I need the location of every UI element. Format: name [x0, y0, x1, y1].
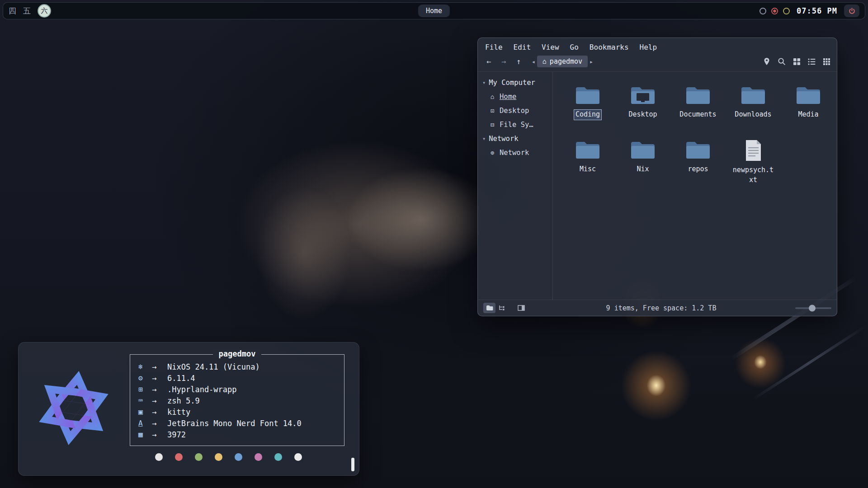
palette-dot	[255, 453, 262, 461]
nixos-icon: ❄	[138, 362, 152, 371]
palette-dot	[294, 453, 302, 461]
file-grid: Coding Desktop Documen	[553, 72, 839, 300]
file-label: repos	[686, 164, 710, 175]
file-item-downloads[interactable]: Downloads	[726, 84, 781, 120]
arrow-icon: →	[152, 374, 167, 383]
fetch-info-panel: pagedmov ❄ → NixOS 24.11 (Vicuna) ⚙ → 6.…	[130, 343, 346, 475]
zoom-slider[interactable]	[795, 307, 831, 309]
workspace-4[interactable]: 四	[9, 6, 16, 16]
arrow-icon: →	[152, 430, 167, 439]
nixos-logo	[31, 366, 116, 452]
menu-edit[interactable]: Edit	[514, 43, 531, 52]
clock: 07:56 PM	[797, 6, 837, 15]
sidebar-section-label: Network	[489, 135, 518, 143]
top-bar-right: 07:56 PM	[760, 5, 859, 17]
file-item-media[interactable]: Media	[781, 84, 836, 120]
fetch-value: 3972	[167, 430, 186, 439]
menu-bar: File Edit View Go Bookmarks Help	[478, 38, 837, 54]
toolbar: ← → ↑ ◂ ⌂ pagedmov ▸	[478, 54, 837, 72]
breadcrumb-scroll-right-icon[interactable]: ▸	[588, 58, 595, 65]
sidepane-places-toggle[interactable]	[483, 303, 495, 313]
menu-bookmarks[interactable]: Bookmarks	[590, 43, 629, 52]
sidepane-tree-toggle[interactable]	[495, 303, 508, 313]
file-item-repos[interactable]: repos	[670, 139, 726, 186]
fetch-row-wm: ⊞ → .Hyprland-wrapp	[138, 384, 336, 395]
tree-pane-icon	[498, 305, 505, 311]
folder-icon	[740, 84, 767, 106]
dual-pane-toggle[interactable]	[515, 303, 527, 313]
sidebar-item-filesystem[interactable]: ⊟ File Sy…	[480, 117, 551, 131]
terminal-scrollbar-thumb[interactable]	[351, 458, 354, 471]
menu-file[interactable]: File	[485, 43, 503, 52]
file-item-desktop[interactable]: Desktop	[615, 84, 670, 120]
breadcrumb-scroll-left-icon[interactable]: ◂	[530, 58, 537, 65]
sidebar-section-network[interactable]: ▾ Network	[480, 131, 551, 145]
forward-button[interactable]: →	[497, 56, 510, 67]
fetch-value: .Hyprland-wrapp	[167, 385, 237, 394]
menu-go[interactable]: Go	[570, 43, 579, 52]
pin-icon	[762, 57, 771, 66]
breadcrumb-label: pagedmov	[550, 57, 582, 66]
breadcrumb-home-segment[interactable]: ⌂ pagedmov	[537, 56, 588, 67]
file-item-coding[interactable]: Coding	[560, 84, 615, 120]
file-label: Media	[796, 109, 820, 120]
text-file-icon	[744, 139, 763, 162]
compact-view-button[interactable]	[821, 56, 832, 67]
desktop-icon: ⊡	[489, 107, 496, 114]
sidebar-item-label: Network	[500, 149, 529, 157]
search-button[interactable]	[776, 56, 788, 67]
palette-dot	[215, 453, 222, 461]
compact-view-icon	[822, 57, 831, 66]
fetch-row-packages: ▦ → 3972	[138, 429, 336, 440]
file-item-nix[interactable]: Nix	[615, 139, 670, 186]
tray-status-icon[interactable]	[783, 8, 790, 14]
drive-icon: ⊟	[489, 121, 496, 128]
folder-icon	[629, 139, 656, 161]
workspace-switcher: 四 五 六	[9, 4, 51, 18]
power-button[interactable]	[844, 5, 859, 17]
arrow-icon: →	[152, 419, 167, 428]
file-item-newpsych-txt[interactable]: newpsych.txt	[726, 139, 781, 186]
folder-icon	[684, 84, 712, 106]
shell-icon: ⌨	[138, 396, 152, 405]
folder-icon	[574, 139, 601, 161]
menu-view[interactable]: View	[542, 43, 559, 52]
tray-record-icon[interactable]	[771, 8, 778, 14]
fetch-row-shell: ⌨ → zsh 5.9	[138, 395, 336, 406]
file-item-documents[interactable]: Documents	[670, 84, 726, 120]
folder-icon	[684, 139, 712, 161]
up-button[interactable]: ↑	[512, 56, 525, 67]
zoom-slider-knob[interactable]	[809, 305, 816, 311]
sidebar-item-label: Desktop	[500, 107, 529, 115]
home-icon: ⌂	[489, 93, 496, 100]
menu-help[interactable]: Help	[640, 43, 657, 52]
palette-dot	[175, 453, 183, 461]
sidebar-item-desktop[interactable]: ⊡ Desktop	[480, 103, 551, 117]
fetch-info-box: pagedmov ❄ → NixOS 24.11 (Vicuna) ⚙ → 6.…	[130, 354, 344, 446]
file-item-misc[interactable]: Misc	[560, 139, 615, 186]
power-icon	[848, 7, 856, 15]
icon-view-button[interactable]	[791, 56, 802, 67]
sidebar-item-network[interactable]: ⊕ Network	[480, 145, 551, 160]
packages-icon: ▦	[138, 430, 152, 439]
sidebar-section-my-computer[interactable]: ▾ My Computer	[480, 75, 551, 89]
fetch-row-kernel: ⚙ → 6.11.4	[138, 372, 336, 384]
home-icon: ⌂	[542, 57, 547, 66]
location-pin-button[interactable]	[761, 56, 773, 67]
file-label: Misc	[578, 164, 598, 175]
file-label: Desktop	[627, 109, 659, 120]
fetch-row-terminal: ▣ → kitty	[138, 406, 336, 418]
sidebar-item-home[interactable]: ⌂ Home	[480, 89, 551, 103]
workspace-6-active[interactable]: 六	[38, 4, 51, 18]
tray-indicator-icon[interactable]	[760, 8, 766, 14]
breadcrumb: ◂ ⌂ pagedmov ▸	[530, 56, 595, 67]
workspace-5[interactable]: 五	[23, 6, 31, 16]
sidebar-item-label: File Sy…	[500, 121, 533, 129]
back-button[interactable]: ←	[482, 56, 495, 67]
toolbar-right	[761, 56, 832, 67]
fetch-row-font: A → JetBrains Mono Nerd Font 14.0	[138, 418, 336, 429]
list-view-button[interactable]	[806, 56, 817, 67]
sidebar-item-label: Home	[500, 93, 516, 101]
fetch-value: kitty	[167, 408, 190, 417]
file-manager-body: ▾ My Computer ⌂ Home ⊡ Desktop ⊟ File Sy…	[478, 72, 837, 300]
